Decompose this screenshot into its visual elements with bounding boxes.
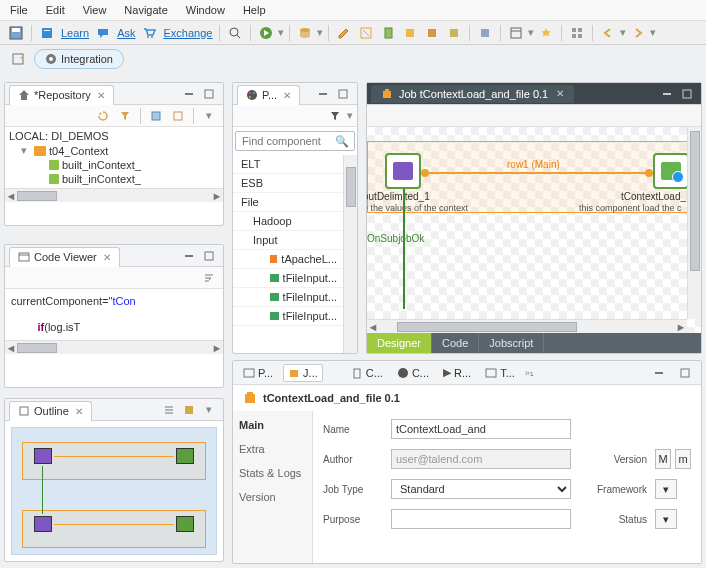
close-icon[interactable]: ✕ (97, 90, 105, 101)
outline-tab[interactable]: Outline ✕ (9, 401, 92, 421)
fwd-icon[interactable] (628, 23, 648, 43)
grid-icon[interactable] (567, 23, 587, 43)
tool2-icon[interactable] (400, 23, 420, 43)
menu-window[interactable]: Window (184, 2, 227, 18)
tree-item[interactable]: built_inContext_ (9, 158, 219, 172)
pencil-icon[interactable] (334, 23, 354, 43)
collapse-icon[interactable] (146, 106, 166, 126)
minimize-icon[interactable] (657, 84, 677, 104)
palette-group[interactable]: Input (233, 231, 343, 250)
nav-extra[interactable]: Extra (237, 441, 308, 457)
brush-icon[interactable] (356, 23, 376, 43)
thumb-mode-icon[interactable] (179, 400, 199, 420)
version-major-button[interactable]: M (655, 449, 671, 469)
design-canvas[interactable]: outDelimited_1 e the values of the conte… (367, 127, 701, 333)
book-icon[interactable] (37, 23, 57, 43)
bottom-tab[interactable]: P... (239, 365, 277, 381)
menu-edit[interactable]: Edit (44, 2, 67, 18)
tab-jobscript[interactable]: Jobscript (479, 333, 544, 353)
close-icon[interactable]: ✕ (283, 90, 291, 101)
fav-icon[interactable] (536, 23, 556, 43)
menu-help[interactable]: Help (241, 2, 268, 18)
palette-item[interactable]: tApacheL... (233, 250, 343, 269)
link-icon[interactable] (168, 106, 188, 126)
maximize-icon[interactable] (199, 246, 219, 266)
minimize-icon[interactable] (179, 84, 199, 104)
search-icon[interactable] (225, 23, 245, 43)
repository-tab[interactable]: *Repository ✕ (9, 85, 114, 105)
wrap-icon[interactable] (199, 268, 219, 288)
back-icon[interactable] (598, 23, 618, 43)
palette-group[interactable]: File (233, 193, 343, 212)
refresh-icon[interactable] (93, 106, 113, 126)
scrollbar[interactable]: ◄► (5, 340, 223, 354)
ask-link[interactable]: Ask (115, 27, 137, 39)
menu-file[interactable]: File (8, 2, 30, 18)
tab-designer[interactable]: Designer (367, 333, 432, 353)
tool-icon[interactable] (378, 23, 398, 43)
window-icon[interactable] (506, 23, 526, 43)
palette-group[interactable]: Hadoop (233, 212, 343, 231)
palette-tab[interactable]: P... ✕ (237, 85, 300, 105)
scrollbar[interactable]: ◄► (5, 188, 223, 202)
palette-item[interactable]: tFileInput... (233, 288, 343, 307)
job-tab[interactable]: Job tContextLoad_and_file 0.1 ✕ (371, 85, 574, 103)
component-node[interactable] (653, 153, 689, 189)
save-icon[interactable] (6, 23, 26, 43)
purpose-field[interactable] (391, 509, 571, 529)
filter-icon[interactable] (115, 106, 135, 126)
palette-group[interactable]: ELT (233, 155, 343, 174)
search-icon[interactable]: 🔍 (335, 135, 349, 148)
minimize-icon[interactable] (313, 84, 333, 104)
maximize-icon[interactable] (199, 84, 219, 104)
cart-icon[interactable] (139, 23, 159, 43)
bottom-tab[interactable]: T... (481, 365, 519, 381)
maximize-icon[interactable] (677, 84, 697, 104)
menu-navigate[interactable]: Navigate (122, 2, 169, 18)
nav-version[interactable]: Version (237, 489, 308, 505)
funnel-icon[interactable] (325, 106, 345, 126)
tool4-icon[interactable] (444, 23, 464, 43)
code-viewer-tab[interactable]: Code Viewer ✕ (9, 247, 120, 267)
tree-folder[interactable]: ▾t04_Context (9, 143, 219, 158)
bottom-tab[interactable]: ▶R... (439, 364, 475, 381)
version-minor-button[interactable]: m (675, 449, 691, 469)
scrollbar[interactable] (343, 155, 357, 353)
palette-item[interactable]: tFileInput... (233, 269, 343, 288)
flow-connection[interactable] (429, 172, 647, 174)
comment-icon[interactable] (93, 23, 113, 43)
minimize-icon[interactable] (649, 363, 669, 383)
framework-dropdown[interactable]: ▾ (655, 479, 677, 499)
palette-group[interactable]: ESB (233, 174, 343, 193)
palette-item[interactable]: tFileInput... (233, 307, 343, 326)
tree-mode-icon[interactable] (159, 400, 179, 420)
close-icon[interactable]: ✕ (103, 252, 111, 263)
exchange-link[interactable]: Exchange (161, 27, 214, 39)
open-perspective-icon[interactable] (8, 49, 28, 69)
tool5-icon[interactable] (475, 23, 495, 43)
close-icon[interactable]: ✕ (75, 406, 83, 417)
subjob-connection[interactable] (403, 189, 405, 309)
run-icon[interactable] (256, 23, 276, 43)
scrollbar[interactable] (687, 127, 701, 319)
tree-root[interactable]: LOCAL: DI_DEMOS (9, 129, 219, 143)
minimize-icon[interactable] (179, 246, 199, 266)
status-dropdown[interactable]: ▾ (655, 509, 677, 529)
maximize-icon[interactable] (333, 84, 353, 104)
close-icon[interactable]: ✕ (556, 88, 564, 99)
menu-icon[interactable]: ▾ (199, 400, 219, 420)
menu-view[interactable]: View (81, 2, 109, 18)
jobtype-select[interactable]: Standard (391, 479, 571, 499)
learn-link[interactable]: Learn (59, 27, 91, 39)
maximize-icon[interactable] (675, 363, 695, 383)
bottom-tab[interactable]: J... (283, 364, 323, 382)
tool3-icon[interactable] (422, 23, 442, 43)
integration-perspective[interactable]: Integration (34, 49, 124, 69)
bottom-tab[interactable]: C... (393, 365, 433, 381)
menu-icon[interactable]: ▾ (199, 106, 219, 126)
db-icon[interactable] (295, 23, 315, 43)
tab-code[interactable]: Code (432, 333, 479, 353)
bottom-tab[interactable]: C... (347, 365, 387, 381)
outline-thumbnail[interactable] (11, 427, 217, 555)
scrollbar[interactable]: ◄► (367, 319, 687, 333)
